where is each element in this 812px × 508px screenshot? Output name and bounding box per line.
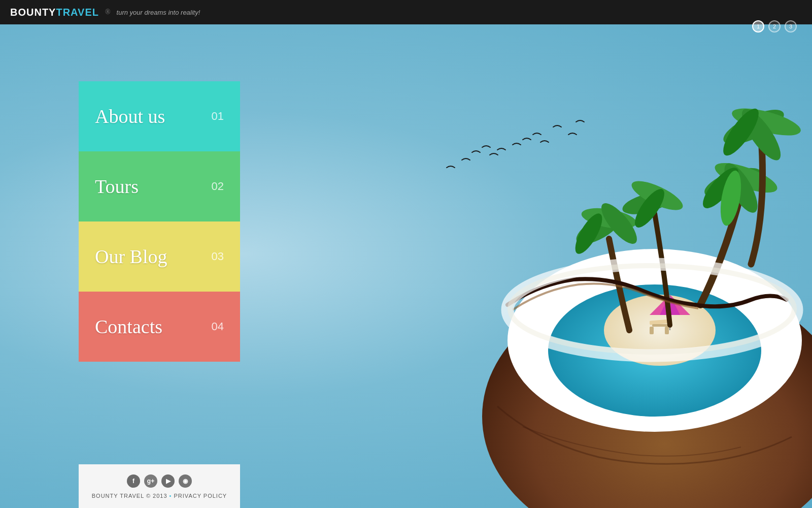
footer-copyright: BOUNTY TRAVEL © 2013 • PRIVACY POLICY [92,493,227,499]
page-dot-1[interactable]: 1 [752,20,764,33]
svg-rect-6 [650,327,654,334]
logo[interactable]: BOUNTY TRAVEL [10,7,99,18]
social-facebook[interactable]: f [127,474,140,488]
tagline: turn your dreams into reality! [117,9,200,16]
footer-brand: BOUNTY TRAVEL © 2013 [92,493,167,499]
menu-label-contacts: Contacts [95,315,162,338]
menu-label-about: About us [95,105,165,128]
svg-rect-5 [652,324,670,327]
menu-number-tours: 02 [212,180,224,193]
navbar: BOUNTY TRAVEL ® turn your dreams into re… [0,0,812,24]
svg-rect-7 [665,327,669,334]
logo-travel: TRAVEL [56,7,99,18]
menu-item-tours[interactable]: Tours 02 [79,151,240,221]
footer-privacy[interactable]: PRIVACY POLICY [174,493,227,499]
menu-number-about: 01 [212,110,224,123]
menu-item-about[interactable]: About us 01 [79,81,240,151]
menu-item-contacts[interactable]: Contacts 04 [79,292,240,362]
menu-label-blog: Our Blog [95,245,167,268]
coconut-island-area [264,24,812,508]
coconut-island-svg [396,61,812,508]
social-twitter[interactable]: ▶ [161,474,175,488]
footer-box: f g+ ▶ ◉ BOUNTY TRAVEL © 2013 • PRIVACY … [79,464,240,508]
menu-number-contacts: 04 [212,320,224,333]
menu-label-tours: Tours [95,175,139,198]
tagline-sep: ® [105,8,111,16]
page-dot-3[interactable]: 3 [785,20,797,33]
left-menu-panel: About us 01 Tours 02 Our Blog 03 Contact… [79,81,240,362]
page-dot-2[interactable]: 2 [768,20,781,33]
social-googleplus[interactable]: g+ [144,474,157,488]
pagination: 1 2 3 [752,20,797,33]
menu-number-blog: 03 [212,250,224,263]
menu-item-blog[interactable]: Our Blog 03 [79,221,240,292]
social-rss[interactable]: ◉ [179,474,192,488]
social-icons: f g+ ▶ ◉ [127,474,192,488]
footer-separator: • [170,493,174,499]
logo-bounty: BOUNTY [10,7,56,18]
